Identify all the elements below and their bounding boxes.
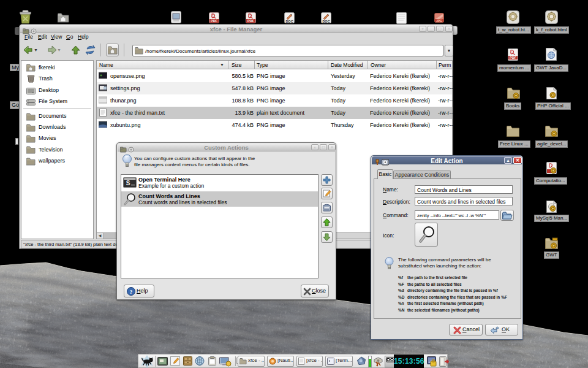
- svg-text:?: ?: [130, 289, 133, 295]
- svg-text:DOC: DOC: [285, 20, 293, 23]
- svg-text:S: S: [126, 180, 130, 186]
- svg-text:PDF: PDF: [211, 19, 218, 23]
- svg-text:PDF: PDF: [510, 56, 517, 59]
- svg-text:DOC: DOC: [322, 20, 330, 23]
- svg-text:JPG: JPG: [436, 19, 442, 23]
- svg-text:PDF: PDF: [247, 19, 255, 23]
